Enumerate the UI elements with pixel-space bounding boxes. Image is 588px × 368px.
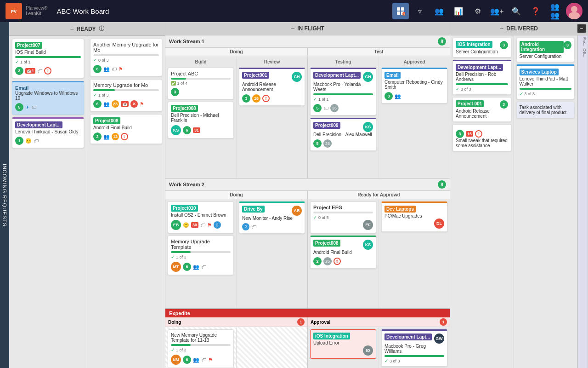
ready-minimize-btn[interactable]: − — [70, 25, 74, 33]
card-body: Android Final Build — [93, 125, 159, 130]
card-body: Computer Rebooting - Cindy Smith — [384, 80, 444, 90]
card-dev-laptop-testing[interactable]: Development Lapt... CH Macbook Pro - Yol… — [310, 68, 376, 115]
settings-btn[interactable]: ⚙ — [469, 3, 486, 19]
card-email-incoming[interactable]: Email Upgrade Windows to Windows 10 5 ✈ … — [12, 81, 84, 115]
cal-badge: 16 — [466, 131, 473, 137]
expedite-approval-header: Approval 1 — [308, 317, 450, 327]
people-btn[interactable]: 👥 — [431, 3, 447, 19]
card-del-android[interactable]: Android Integration 3 Server Configurati… — [516, 38, 575, 62]
card-del-ios[interactable]: iOS Integration 3 Server Configuration — [452, 38, 511, 58]
board-view-btn[interactable]: + — [392, 3, 409, 19]
card-memory-template[interactable]: Memory Upgrade Template ✓ 1 of 3 MT 6 👥 … — [168, 236, 234, 275]
ws2-doing-left: Project010 Install OS2 - Emmet Brown EB … — [165, 199, 237, 308]
card-del-dev-laptop[interactable]: Development Lapt... Dell Precision - Rob… — [452, 60, 511, 95]
card-footer: 3 📅1 🏷 ⇧ — [15, 67, 81, 75]
user-avatar[interactable] — [566, 3, 582, 19]
svg-rect-4 — [397, 12, 400, 15]
card-footer: 1 🙂 🏷 — [15, 137, 81, 145]
ready-subcol-2: Another Memory Upgrade for Mo ✓ 0 of 3 6… — [87, 36, 165, 368]
card-dev-laptops[interactable]: Dev Laptops PC/Mac Upgrades DL — [381, 201, 447, 232]
card-title: Development Lapt... — [313, 72, 361, 79]
tag-icon: 🏷 — [34, 138, 39, 144]
ready-header: − READY ⓘ — [9, 22, 165, 36]
priority-badge: 1 — [15, 137, 23, 145]
card-dev-laptop-ready[interactable]: Development Lapt... Lenovo Thinkpad - Su… — [12, 117, 84, 148]
inflight-minimize-btn[interactable]: − — [291, 25, 294, 32]
avatar: CH — [363, 72, 373, 82]
tag-icon: 🏷 — [112, 66, 117, 72]
delivered-subcol-1: iOS Integration 3 Server Configuration D… — [450, 35, 514, 368]
card-title: Project007 — [15, 42, 42, 49]
incoming-requests-sidebar[interactable]: INCOMING REQUESTS — [0, 22, 9, 368]
people-icon: 👥 — [103, 66, 110, 72]
card-title: Services Laptop — [520, 69, 559, 75]
priority-badge: 5 — [313, 104, 322, 112]
card-del-small-tweak[interactable]: 3 16 ⇧ Small tweak that required some as… — [452, 124, 511, 151]
ws1-label: Work Stream 1 — [169, 39, 204, 44]
ws1-test-section: Test Testing Development Lapt... CH — [308, 48, 450, 178]
card-body: Task associated with delivery of final p… — [520, 105, 572, 115]
users-btn[interactable]: 👥👥 — [547, 3, 563, 19]
priority-badge: 3 — [456, 130, 464, 138]
card-another-memory[interactable]: Another Memory Upgrade for Mo ✓ 0 of 3 6… — [90, 39, 162, 76]
expedite-approval-label: Approval — [311, 320, 330, 325]
progress-bar — [93, 54, 159, 56]
help-btn[interactable]: ❓ — [527, 3, 544, 19]
card-body: Install OS2 - Emmet Brown — [171, 213, 231, 218]
expedite-header: Expedite — [165, 309, 450, 317]
card-body: Small tweak that required some assistanc… — [456, 138, 508, 148]
progress-bar — [93, 89, 159, 91]
card-footer: 3 16 ⇧ — [456, 130, 508, 138]
filter-btn[interactable]: ▿ — [412, 3, 428, 19]
card-del-task[interactable]: Task associated with delivery of final p… — [516, 102, 575, 118]
card-title: Project008 — [171, 105, 198, 112]
card-body: New Memory Upgrade Template for 11-13 — [171, 333, 231, 343]
add-user-btn[interactable]: 👥+ — [489, 3, 505, 19]
card-email-approved[interactable]: Email Computer Rebooting - Cindy Smith 3… — [381, 68, 447, 104]
smiley-icon: 🙂 — [25, 138, 32, 144]
test-cols: Testing Development Lapt... CH Macbook P… — [308, 56, 450, 178]
card-body: Upload Error — [313, 340, 373, 345]
inflight-header: − IN FLIGHT — [165, 22, 450, 35]
card-drive-by[interactable]: Drive By AR New Monitor - Andy Rise 2 🏷 — [239, 201, 305, 234]
card-del-project001[interactable]: Project 001 3 Android Release Announceme… — [452, 97, 511, 122]
avatar: IO — [363, 345, 373, 356]
num-badge: 2 — [242, 223, 249, 230]
card-project-abc[interactable]: Project ABC ✅ 1 of 4 3 — [168, 68, 234, 99]
card-project008-ready2[interactable]: Project008 KS Android Final Build 2 26 ⇧ — [310, 236, 376, 269]
card-project-efg[interactable]: Project EFG ✓ 0 of 5 EF — [310, 201, 376, 233]
delivered-minimize-btn[interactable]: − — [500, 25, 503, 32]
search-btn[interactable]: 🔍 — [508, 3, 525, 19]
card-project008-build[interactable]: Project008 Dell Precision - Michael Fran… — [168, 102, 234, 138]
count-badge: 16 — [252, 94, 260, 103]
ws2-ready-right: Dev Laptops PC/Mac Upgrades DL — [379, 199, 450, 308]
card-memory-upgrade[interactable]: Memory Upgrade for Mo ✓ 1 of 3 6 👥 23 📅 … — [90, 79, 162, 111]
svg-text:PV: PV — [11, 9, 17, 14]
card-body: Lenovo Thinkpad - Susan Olds — [15, 129, 81, 134]
workstream-1-header: Work Stream 1 8 — [165, 35, 450, 48]
svg-point-10 — [569, 12, 580, 19]
num-badge: 26 — [330, 104, 339, 112]
card-project009[interactable]: Project009 KS Dell Precision - Alex Maxw… — [310, 118, 376, 151]
card-project010[interactable]: Project010 Install OS2 - Emmet Brown EB … — [168, 201, 234, 233]
card-project008-ready[interactable]: Project008 Android Final Build 2 👥 12 ⇧ — [90, 114, 162, 144]
ws1-count: 8 — [438, 37, 446, 46]
card-project001[interactable]: Project001 CH Android Release Announceme… — [239, 68, 305, 106]
card-project007[interactable]: Project007 IOS Final Build ✓ 1 of 1 3 📅1… — [12, 39, 84, 78]
card-title: iOS Integration — [313, 333, 350, 339]
card-dev-laptop-exp[interactable]: Development Lapt... GW Macbook Pro - Gre… — [381, 329, 447, 367]
delivered-collapse-btn[interactable]: − — [577, 24, 586, 33]
chart-btn[interactable]: 📊 — [450, 3, 467, 19]
card-del-services-laptop[interactable]: Services Laptop Lenovo ThinkPad - Matt W… — [516, 64, 575, 99]
ws2-ready-cols: Project EFG ✓ 0 of 5 EF — [308, 199, 450, 308]
efg-avatar: EF — [313, 220, 373, 230]
ready-info-btn[interactable]: ⓘ — [99, 25, 104, 33]
delivered-subcol-2: Android Integration 3 Server Configurati… — [514, 35, 578, 368]
cal-badge: 31 — [193, 127, 200, 133]
progress-bar — [313, 212, 373, 213]
card-ios-error[interactable]: iOS Integration Upload Error IO — [310, 329, 376, 359]
smiley-icon: 🙂 — [183, 222, 189, 228]
progress-bar — [384, 355, 444, 357]
card-new-memory-template[interactable]: New Memory Upgrade Template for 11-13 ✓ … — [168, 329, 234, 368]
card-footer: 5 26 — [313, 139, 373, 148]
